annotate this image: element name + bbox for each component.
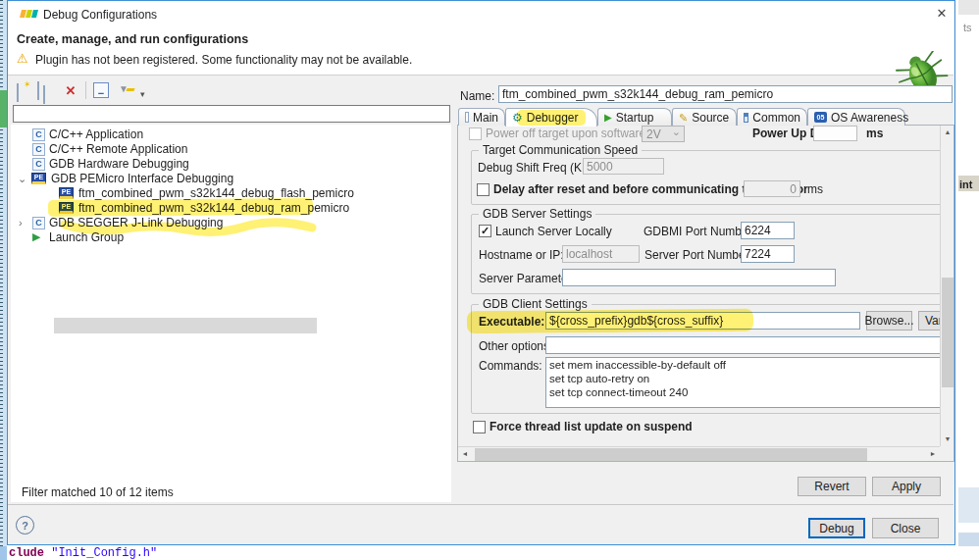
commands-textarea[interactable]: set mem inaccessible-by-default off set …: [545, 357, 941, 408]
name-input[interactable]: [498, 85, 953, 103]
tab-source[interactable]: ✎ Source: [672, 108, 737, 126]
close-button[interactable]: ✕: [931, 3, 953, 23]
delay-after-reset-checkbox[interactable]: [477, 183, 490, 196]
server-port-label: Server Port Number:: [644, 248, 752, 262]
target-communication-speed-group: Target Communication Speed: [471, 150, 944, 205]
background-text-ts: ts: [963, 21, 972, 34]
gdb-server-settings-title: GDB Server Settings: [479, 207, 595, 221]
tab-os-awareness[interactable]: 05 OS Awareness: [807, 108, 905, 126]
os-awareness-tab-icon: 05: [814, 112, 827, 123]
debug-shift-freq-input[interactable]: [583, 158, 664, 175]
gdbmi-port-input[interactable]: [741, 222, 795, 239]
dropdown-icon: ▾: [140, 89, 145, 99]
revert-button[interactable]: Revert: [798, 477, 866, 496]
new-configuration-button[interactable]: ✶: [15, 81, 32, 99]
debugger-tab-icon: ⚙: [512, 112, 523, 124]
delay-after-reset-unit: ms: [807, 182, 823, 196]
bottom-separator: [8, 504, 953, 505]
scroll-right-icon[interactable]: ►: [926, 447, 940, 461]
delay-after-reset-input[interactable]: [744, 180, 800, 197]
power-off-label: Power off target upon software exit: [486, 127, 667, 140]
browse-button[interactable]: Browse...: [866, 311, 912, 331]
force-thread-list-label: Force thread list update on suspend: [490, 420, 693, 433]
close-button-footer[interactable]: Close: [872, 518, 939, 538]
help-button[interactable]: ?: [16, 516, 34, 535]
server-port-input[interactable]: [741, 245, 795, 263]
tab-startup[interactable]: ▶ Startup: [597, 108, 672, 126]
code-string: "Init_Config.h": [51, 546, 157, 560]
toolbar-dropdown-button[interactable]: ▾: [140, 83, 152, 97]
delete-icon: ✕: [66, 83, 77, 98]
scroll-left-icon[interactable]: ◄: [458, 447, 472, 461]
executable-input[interactable]: [545, 312, 860, 330]
name-label: Name:: [460, 89, 494, 103]
c-icon: C: [32, 158, 45, 171]
vertical-scrollbar-thumb[interactable]: [942, 278, 953, 387]
debug-button[interactable]: Debug: [808, 518, 865, 538]
pe-icon: PE: [59, 202, 74, 214]
power-off-checkbox[interactable]: [469, 127, 482, 140]
launch-server-locally-label: Launch Server Locally: [495, 225, 612, 238]
launch-group-icon: ▶: [32, 230, 40, 243]
scroll-down-icon[interactable]: ▼: [941, 433, 954, 446]
duplicate-configuration-button[interactable]: [36, 81, 54, 99]
filter-input[interactable]: [13, 105, 450, 123]
code-keyword: clude: [9, 546, 51, 560]
horizontal-scrollbar-thumb[interactable]: [475, 448, 867, 461]
close-icon: ✕: [937, 6, 948, 21]
c-icon: C: [32, 143, 45, 156]
collapse-all-button[interactable]: −: [93, 82, 109, 98]
warning-icon: ⚠: [17, 51, 28, 66]
voltage-combobox[interactable]: 2V ⌄: [642, 126, 685, 142]
screen: { "window": { "title": "Debug Configurat…: [0, 0, 979, 560]
hostname-label: Hostname or IP:: [479, 248, 564, 262]
gdbmi-port-label: GDBMI Port Number:: [644, 225, 755, 238]
executable-label: Executable:: [479, 315, 544, 329]
tab-debugger[interactable]: ⚙ Debugger: [505, 108, 597, 127]
force-thread-list-checkbox[interactable]: [473, 421, 486, 433]
tab-main[interactable]: Main: [458, 108, 505, 126]
configurations-tree: C C/C++ Application C C/C++ Remote Appli…: [11, 125, 451, 502]
background-right-strip: ts int: [958, 0, 979, 560]
horizontal-scrollbar[interactable]: ◄ ►: [458, 446, 940, 462]
power-up-delay-input[interactable]: [813, 126, 857, 141]
source-tab-icon: ✎: [679, 112, 688, 124]
dialog-header: Create, manage, and run configurations ⚠…: [8, 26, 953, 76]
c-icon: C: [32, 128, 45, 141]
check-icon: ✓: [481, 225, 490, 236]
startup-tab-icon: ▶: [604, 112, 612, 124]
config-toolbar: ✶ ✕ − ▼ ▾: [13, 79, 209, 103]
collapse-all-icon: −: [98, 87, 104, 99]
window-title: Debug Configurations: [43, 8, 157, 22]
launch-server-locally-checkbox[interactable]: ✓: [479, 225, 491, 237]
filter-button[interactable]: ▼: [117, 81, 136, 99]
scroll-up-icon[interactable]: ▲: [941, 126, 954, 139]
toolbar-separator: [85, 81, 86, 99]
header-title: Create, manage, and run configurations: [17, 32, 248, 46]
common-tab-icon: [744, 113, 748, 123]
server-parameters-input[interactable]: [562, 269, 836, 286]
expander-right-icon[interactable]: ›: [19, 216, 23, 230]
hostname-input[interactable]: [562, 245, 640, 263]
vertical-scrollbar[interactable]: ▲ ▼: [940, 126, 954, 446]
nxp-logo-icon: [21, 10, 37, 18]
new-star-icon: ✶: [24, 79, 31, 89]
background-text-int: int: [959, 178, 972, 191]
tree-selection-bg: [54, 318, 317, 333]
pe-icon: PE: [31, 173, 46, 184]
other-options-label: Other options:: [479, 339, 552, 353]
help-icon: ?: [22, 520, 28, 532]
other-options-input[interactable]: [545, 336, 946, 354]
tab-common[interactable]: Common: [737, 108, 807, 126]
delete-configuration-button[interactable]: ✕: [62, 81, 79, 99]
chevron-down-icon: ⌄: [672, 126, 681, 138]
power-up-delay-unit: ms: [866, 127, 883, 140]
expander-down-icon[interactable]: ⌄: [18, 172, 26, 186]
gdb-client-settings-title: GDB Client Settings: [479, 297, 592, 311]
commands-label: Commands:: [479, 359, 542, 373]
debugger-tab-content: Power off target upon software exit 2V ⌄…: [457, 125, 954, 462]
header-warning: Plugin has not been registered. Some fun…: [35, 53, 412, 67]
background-code-strip: clude "Init_Config.h": [0, 546, 979, 560]
apply-button[interactable]: Apply: [872, 477, 941, 496]
pe-icon: PE: [59, 187, 74, 199]
